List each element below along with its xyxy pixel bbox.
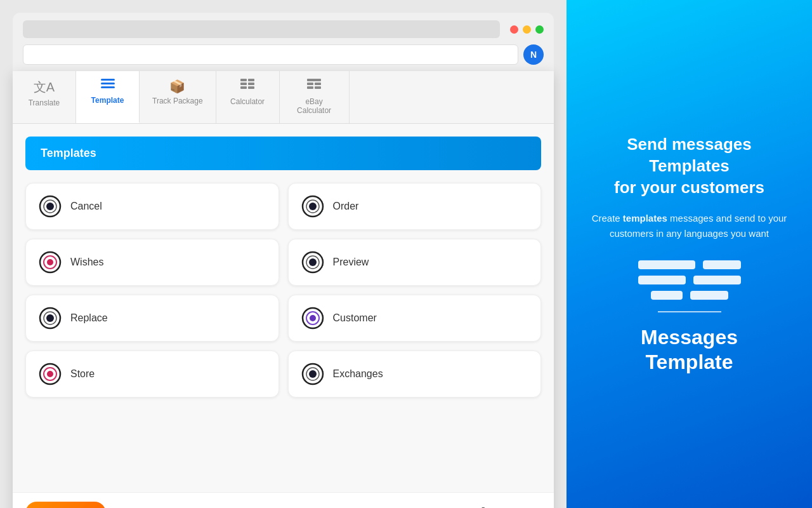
svg-rect-9 [307, 79, 321, 81]
exchanges-label: Exchanges [333, 368, 383, 380]
svg-point-16 [46, 203, 54, 210]
tab-ebay-calculator[interactable]: eBayCalculator [280, 71, 350, 123]
headline-line3: for your customers [614, 178, 764, 197]
replace-icon [39, 307, 62, 330]
svg-rect-10 [307, 83, 313, 85]
close-button[interactable] [510, 25, 518, 34]
left-panel: N 文A Translate Template 📦 [0, 0, 566, 508]
template-card-customer[interactable]: Customer [288, 295, 542, 342]
tab-track-package-label: Track Package [152, 97, 203, 105]
svg-point-34 [47, 371, 53, 377]
svg-rect-7 [240, 86, 247, 89]
subtext-prefix: Create [592, 213, 623, 224]
tab-template[interactable]: Template [76, 71, 140, 123]
bottom-title-line1: Messages [641, 326, 738, 349]
svg-rect-2 [101, 86, 115, 88]
store-label: Store [70, 368, 95, 380]
tab-calculator[interactable]: Calculator [216, 71, 280, 123]
svg-point-37 [309, 370, 317, 378]
tab-translate[interactable]: 文A Translate [13, 71, 76, 123]
template-grid: Cancel Order [25, 183, 541, 398]
svg-point-28 [46, 314, 54, 322]
svg-rect-8 [248, 86, 254, 89]
template-card-replace[interactable]: Replace [25, 295, 279, 342]
subtext-bold: templates [623, 213, 667, 224]
browser-content: 文A Translate Template 📦 Track Package [13, 71, 554, 508]
nav-icon: N [523, 44, 544, 65]
preview-label: Preview [333, 257, 369, 268]
svg-point-19 [309, 203, 317, 210]
right-bottom-title: Messages Template [641, 325, 738, 374]
order-label: Order [333, 201, 359, 212]
maximize-button[interactable] [535, 25, 544, 34]
svg-rect-0 [101, 79, 115, 81]
translate-icon: 文A [34, 79, 55, 96]
template-preview-lines [638, 260, 741, 300]
template-card-preview[interactable]: Preview [288, 239, 542, 286]
tab-calculator-label: Calculator [230, 97, 265, 106]
footer-bar: Visit Website | Feedback [13, 492, 554, 508]
svg-rect-3 [240, 79, 247, 81]
template-card-order[interactable]: Order [288, 183, 542, 230]
minimize-button[interactable] [523, 25, 531, 34]
template-icon [101, 79, 115, 93]
tab-template-label: Template [91, 96, 124, 105]
template-card-cancel[interactable]: Cancel [25, 183, 279, 230]
svg-rect-13 [315, 86, 321, 89]
traffic-lights [510, 25, 544, 34]
tab-ebay-calculator-label: eBayCalculator [297, 97, 331, 116]
svg-point-31 [310, 315, 316, 321]
preview-row-1 [638, 260, 741, 269]
right-panel: Send messages Templates for your custome… [566, 0, 812, 508]
main-content: Templates Cancel [13, 124, 554, 492]
replace-label: Replace [70, 312, 108, 324]
svg-rect-4 [248, 79, 254, 81]
svg-rect-12 [307, 86, 313, 89]
headline-line1: Send messages [627, 135, 752, 154]
bottom-title-line2: Template [645, 351, 733, 373]
right-headline: Send messages Templates for your custome… [614, 134, 764, 198]
template-card-store[interactable]: Store [25, 351, 279, 398]
exchanges-icon [301, 363, 324, 385]
browser-chrome: N [13, 13, 554, 71]
address-bar-row: N [23, 44, 544, 71]
svg-rect-1 [101, 83, 115, 84]
svg-rect-5 [240, 83, 247, 85]
wishes-icon [39, 251, 62, 274]
preview-line [638, 276, 686, 284]
ebay-calculator-icon [307, 79, 321, 95]
preview-icon [301, 251, 324, 274]
visit-website-button[interactable]: Visit Website [25, 502, 106, 508]
tab-track-package[interactable]: 📦 Track Package [140, 71, 216, 123]
calculator-icon [240, 79, 254, 95]
customer-label: Customer [333, 312, 377, 324]
preview-row-3 [651, 291, 728, 300]
preview-divider [658, 311, 721, 312]
right-subtext: Create templates messages and send to yo… [586, 211, 793, 241]
headline-line2: Templates [649, 156, 730, 175]
template-card-exchanges[interactable]: Exchanges [288, 351, 542, 398]
svg-rect-11 [315, 83, 321, 85]
track-package-icon: 📦 [169, 79, 185, 94]
customer-icon [301, 307, 324, 330]
cancel-icon [39, 195, 62, 218]
svg-point-22 [47, 259, 53, 265]
svg-rect-6 [248, 83, 254, 85]
preview-line [651, 291, 683, 300]
preview-line [693, 276, 741, 284]
preview-line [638, 260, 695, 269]
tab-translate-label: Translate [29, 98, 60, 107]
order-icon [301, 195, 324, 218]
address-bar[interactable] [23, 44, 518, 65]
template-card-wishes[interactable]: Wishes [25, 239, 279, 286]
svg-point-25 [309, 258, 317, 266]
cancel-label: Cancel [70, 201, 102, 212]
browser-titlebar [23, 20, 544, 38]
preview-line [703, 260, 741, 269]
preview-line [690, 291, 728, 300]
tabs-row: 文A Translate Template 📦 Track Package [13, 71, 554, 124]
templates-header: Templates [25, 137, 541, 170]
wishes-label: Wishes [70, 257, 103, 268]
store-icon [39, 363, 62, 385]
preview-row-2 [638, 276, 741, 284]
